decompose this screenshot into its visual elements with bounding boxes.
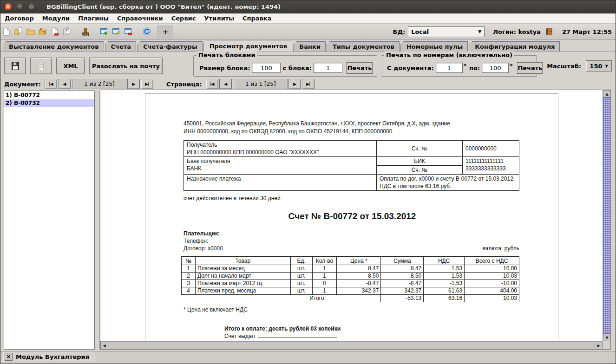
documents-stack-icon[interactable] [37, 26, 49, 38]
cell: -10.00 [465, 280, 519, 287]
cell: шт. [290, 280, 312, 287]
close-module-button[interactable]: × [5, 353, 13, 361]
cell: шт. [290, 265, 312, 273]
payer-label: Плательщик: [183, 230, 519, 237]
db-selected-value: Local [411, 28, 429, 35]
block-size-input[interactable] [252, 63, 281, 73]
menu-utility[interactable]: Утилиты [200, 14, 238, 23]
company-address-line1: 450001, Российская Федерация, Республика… [183, 120, 521, 128]
menu-spravka[interactable]: Справка [238, 14, 275, 23]
statusbar: × Модуль Бухгалтерия [0, 351, 616, 364]
tab-konfiguraciya-modulya[interactable]: Конфигурация модуля [469, 41, 560, 52]
cell: -8.47 [381, 280, 424, 287]
horizontal-scrollbar-thumb[interactable] [108, 342, 595, 350]
open-folder-icon[interactable] [25, 26, 37, 38]
tab-scheta[interactable]: Счета [105, 41, 137, 52]
print-blocks-button[interactable]: Печать [346, 62, 373, 74]
block-from-input[interactable] [314, 63, 342, 73]
menu-spravochniki[interactable]: Справочники [113, 14, 167, 23]
tab-prosmotr-dokumentov[interactable]: Просмотр документов [203, 40, 293, 52]
scroll-up-button[interactable]: ▲ [603, 90, 611, 98]
block-from-label: с блока: [282, 65, 312, 72]
stamp-icon[interactable] [79, 26, 92, 38]
window-maximize-button[interactable]: ▫ [27, 3, 35, 11]
chevron-down-icon: ▼ [478, 29, 481, 34]
print-button[interactable] [30, 58, 52, 74]
col-header: Цена * [337, 257, 381, 265]
range-to-label: по: [469, 65, 480, 72]
issued-by-line: Счет выдал [224, 332, 521, 340]
totals-cell: -53.13 [381, 295, 424, 302]
col-header: НДС [424, 257, 465, 265]
vertical-scrollbar-thumb[interactable] [603, 98, 611, 334]
totals-cell: 10.03 [465, 295, 519, 302]
scroll-down-button[interactable]: ▼ [603, 334, 611, 341]
save-button[interactable] [4, 58, 26, 74]
add-window-icon[interactable] [98, 26, 110, 38]
tab-nomernye-puly[interactable]: Номерные пулы [400, 41, 468, 52]
print-range-button[interactable]: Печать [517, 62, 543, 74]
total-due-text: Итого к оплате: десять рублей 03 копейки [224, 325, 521, 332]
bank-name: БАНК [187, 165, 374, 172]
remove-window-icon[interactable] [122, 26, 134, 38]
range-from-input[interactable] [436, 63, 463, 73]
menu-moduli[interactable]: Модули [38, 14, 74, 23]
page-first-button[interactable]: |◀ [206, 79, 218, 89]
refresh-icon[interactable] [141, 26, 153, 38]
document-prev-button[interactable]: ◀ [58, 79, 71, 89]
cell: 1 [312, 265, 337, 273]
document-list: 1) В-00772 2) В-00732 [4, 91, 95, 350]
scale-select[interactable]: 150 ▼ [586, 60, 612, 72]
document-first-button[interactable]: |◀ [45, 79, 57, 89]
db-select[interactable]: Local ▼ [408, 26, 485, 37]
chevron-down-icon: ▼ [605, 64, 608, 68]
table-row: 4 Платежи пред. месяца шт. 1 342.37 342.… [182, 287, 519, 295]
block-size-label: Размер блока: [199, 65, 250, 72]
recipient-inn: ИНН 0000000000 КПП 000000000 ОАО "XXXXXX… [187, 149, 374, 156]
edit-window-icon[interactable] [110, 26, 122, 38]
module-tab-bukhgalteriya[interactable]: × Модуль Бухгалтерия [3, 351, 97, 362]
window-minimize-button[interactable]: – [16, 3, 24, 11]
close-icon: × [6, 353, 11, 360]
copy-document-icon[interactable] [61, 26, 73, 38]
page-last-button[interactable]: ▶| [302, 79, 315, 89]
window-close-button[interactable]: × [4, 3, 12, 11]
window-title: BGBillingClient (вер. сборка от ) ООО "Б… [46, 3, 281, 10]
cell: 8.50 [381, 273, 424, 280]
list-item-selected[interactable]: 2) В-00732 [4, 99, 94, 107]
remove-document-icon[interactable] [49, 26, 61, 38]
phone-label: Телефон: [183, 237, 519, 245]
add-toolbar-button[interactable]: + [157, 26, 173, 38]
print-blocks-title: Печать блоками [197, 52, 257, 58]
bank-cell: Сч. № [377, 141, 463, 157]
split-divider[interactable] [96, 91, 100, 350]
menu-servis[interactable]: Сервис [167, 14, 200, 23]
open-document-icon[interactable] [13, 26, 25, 38]
signature-line [258, 332, 337, 338]
page-prev-button[interactable]: ◀ [219, 79, 232, 89]
logout-door-icon[interactable] [544, 26, 556, 38]
new-document-icon[interactable] [0, 26, 13, 38]
tab-vystavlenie-dokumentov[interactable]: Выставление документов [3, 41, 104, 52]
bank-cell: 0000000000 [463, 141, 519, 157]
document-viewer: 450001, Российская Федерация, Республика… [100, 90, 611, 350]
menu-dogovor[interactable]: Договор [0, 14, 38, 23]
print-icon [36, 61, 46, 71]
tab-banki[interactable]: Банки [293, 41, 326, 52]
tab-tipy-dokumentov[interactable]: Типы документов [327, 41, 400, 52]
xml-button[interactable]: XML [56, 58, 85, 74]
scroll-right-button[interactable]: ▶ [595, 342, 603, 350]
payer-block: Плательщик: Телефон: Договор: x0000 валю… [183, 230, 519, 252]
send-mail-button[interactable]: Разослать на почту [89, 58, 163, 74]
document-next-button[interactable]: ▶ [127, 79, 140, 89]
menu-plaginy[interactable]: Плагины [74, 14, 113, 23]
application-window: { "window": { "title": "BGBillingClient … [0, 0, 616, 364]
col-header: Всего с НДС [465, 257, 519, 265]
document-last-button[interactable]: ▶| [141, 79, 153, 89]
scroll-left-button[interactable]: ◀ [100, 342, 108, 350]
page-next-button[interactable]: ▶ [288, 79, 301, 89]
tab-scheta-faktury[interactable]: Счета-фактуры [137, 41, 203, 52]
range-to-input[interactable] [482, 63, 509, 73]
bank-details-table: Получатель ИНН 0000000000 КПП 000000000 … [183, 140, 519, 191]
list-item[interactable]: 1) В-00772 [4, 91, 94, 99]
